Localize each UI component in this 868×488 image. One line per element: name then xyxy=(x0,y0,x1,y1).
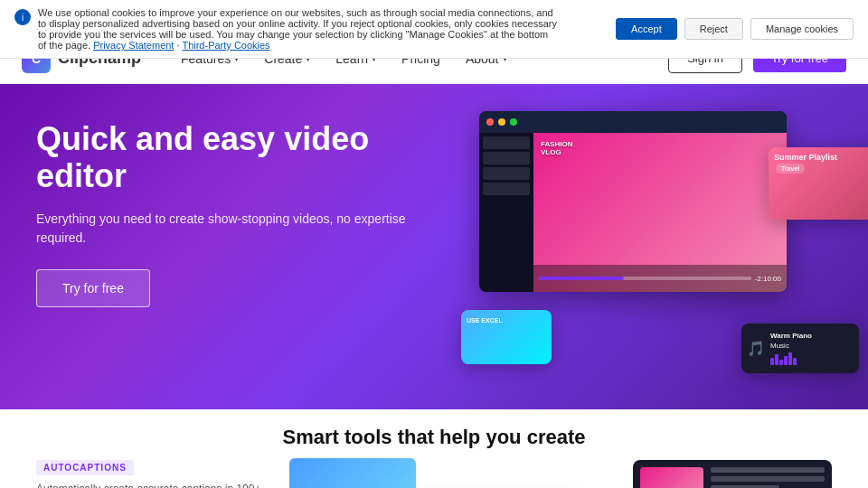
caption-line-1 xyxy=(711,467,825,473)
sidebar-item-4 xyxy=(483,183,530,195)
features-bottom: Smart tools that help you create AUTOCAP… xyxy=(0,409,868,488)
smart-tools-title: Smart tools that help you create xyxy=(0,409,868,458)
canvas-label: FASHIONVLOG xyxy=(541,140,573,156)
sidebar-item-1 xyxy=(483,136,530,149)
music-info: Warm Piano Music xyxy=(770,332,812,365)
hero-cta-button[interactable]: Try for free xyxy=(36,269,150,307)
editor-main-window: FASHIONVLOG -2:10:00 xyxy=(479,111,787,292)
float-card-music: 🎵 Warm Piano Music xyxy=(741,324,859,373)
autocaptions-preview xyxy=(289,458,832,488)
cookie-text: We use optional cookies to improve your … xyxy=(38,7,557,51)
music-bar-4 xyxy=(784,356,788,365)
timeline-time: -2:10:00 xyxy=(755,275,781,283)
privacy-link[interactable]: Privacy Statement xyxy=(93,40,174,51)
editor-canvas: FASHIONVLOG -2:10:00 xyxy=(533,133,787,292)
float-card-excel: USE EXCEL xyxy=(461,310,552,364)
autocaptions-badge: AUTOCAPTIONS xyxy=(36,460,134,475)
hero-content: Quick and easy video editor Everything y… xyxy=(36,120,416,307)
editor-titlebar xyxy=(479,111,787,133)
autocaptions-feature: AUTOCAPTIONS Automatically create accura… xyxy=(36,458,271,488)
float-tag-travel: Travel xyxy=(776,164,805,174)
preview-person-video xyxy=(640,467,703,488)
editor-window: FASHIONVLOG -2:10:00 Summer Playlist Tra… xyxy=(452,93,868,400)
preview-captions xyxy=(711,467,825,488)
editor-body: FASHIONVLOG -2:10:00 xyxy=(479,133,787,292)
cookie-banner: i We use optional cookies to improve you… xyxy=(0,0,868,59)
music-bar-5 xyxy=(788,352,792,365)
hero-title: Quick and easy video editor xyxy=(36,120,416,195)
float-card-fashion: Summer Playlist Travel xyxy=(769,147,868,220)
autocaptions-description: Automatically create accurate captions i… xyxy=(36,481,271,488)
window-dot-red xyxy=(486,118,494,126)
music-note-icon: 🎵 xyxy=(747,340,765,357)
timeline-progress xyxy=(539,277,624,280)
sidebar-item-3 xyxy=(483,167,530,180)
third-party-link[interactable]: Third-Party Cookies xyxy=(182,40,269,51)
manage-cookies-button[interactable]: Manage cookies xyxy=(750,18,854,40)
hero-subtitle: Everything you need to create show-stopp… xyxy=(36,210,416,248)
window-dot-yellow xyxy=(498,118,505,126)
hero-section: Quick and easy video editor Everything y… xyxy=(0,84,868,409)
cookie-banner-content: i We use optional cookies to improve you… xyxy=(14,7,557,51)
music-bars xyxy=(770,352,812,365)
editor-sidebar-panel xyxy=(479,133,533,292)
cookie-info-icon: i xyxy=(14,9,31,25)
sidebar-item-2 xyxy=(483,152,530,164)
preview-video-thumbnail xyxy=(289,458,416,488)
canvas-timeline-overlay: -2:10:00 xyxy=(533,265,787,292)
float-card-fashion-text: Summer Playlist Travel xyxy=(769,147,868,181)
preview-overlay-card xyxy=(633,460,832,488)
features-row: AUTOCAPTIONS Automatically create accura… xyxy=(0,458,868,488)
caption-line-2 xyxy=(711,476,825,482)
reject-button[interactable]: Reject xyxy=(684,18,743,40)
timeline-bar xyxy=(539,277,751,280)
window-dot-green xyxy=(510,118,517,126)
accept-button[interactable]: Accept xyxy=(616,18,677,40)
cookie-buttons: Accept Reject Manage cookies xyxy=(616,18,854,40)
music-bar-1 xyxy=(770,358,774,365)
hero-editor-mockup: FASHIONVLOG -2:10:00 Summer Playlist Tra… xyxy=(452,93,868,400)
music-bar-2 xyxy=(775,354,778,365)
music-bar-6 xyxy=(793,358,797,365)
float-card-excel-text: USE EXCEL xyxy=(461,310,552,330)
music-bar-3 xyxy=(779,360,783,365)
